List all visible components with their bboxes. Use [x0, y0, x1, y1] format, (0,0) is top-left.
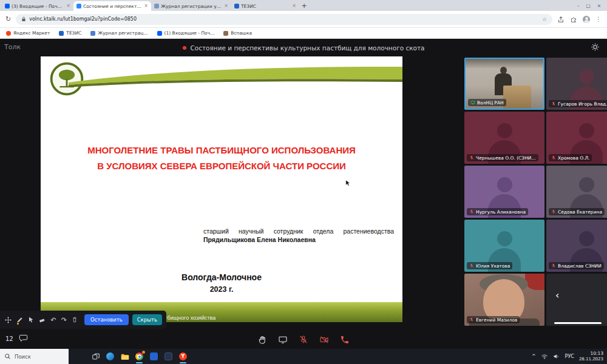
taskbar-search[interactable]: Поиск — [0, 349, 69, 364]
tab-close-icon[interactable]: × — [292, 4, 296, 8]
move-tool-icon[interactable] — [4, 315, 12, 324]
camera-off-control-icon[interactable] — [319, 334, 330, 345]
tray-expand-icon[interactable]: ^ — [532, 354, 536, 359]
tab-close-icon[interactable]: × — [66, 4, 70, 8]
participant-silhouette — [497, 177, 512, 192]
mic-muted-icon — [551, 209, 556, 214]
participant-label: Евгений Мазилов — [467, 316, 520, 323]
taskbar-app-icons: Y — [90, 349, 188, 364]
network-icon[interactable] — [541, 351, 548, 362]
clock-date: 28.11.2023 — [579, 357, 603, 362]
language-indicator[interactable]: РУС — [565, 354, 574, 359]
browser-tab-journal[interactable]: Журнал регистрации ухода × — [151, 1, 231, 11]
mic-off-control-icon[interactable] — [299, 334, 309, 345]
bookmark-star-icon[interactable]: ☆ — [542, 16, 547, 22]
bookmark-tezis[interactable]: ТЕЗИС — [59, 30, 81, 36]
recording-dot-icon: ● — [182, 45, 186, 50]
mic-muted-icon — [469, 155, 474, 160]
window-controls: – □ × — [577, 3, 606, 11]
browser-menu-icon[interactable]: ⋮ — [595, 16, 602, 22]
notification-badge — [142, 351, 145, 354]
participant-tile[interactable]: Хромова О.Л. — [546, 112, 607, 164]
tezis-app-icon[interactable] — [149, 351, 159, 362]
redo-icon[interactable]: ↷ — [61, 315, 68, 324]
new-tab-button[interactable]: + — [299, 2, 309, 10]
edge-browser-icon[interactable] — [105, 351, 115, 362]
chrome-browser-icon[interactable] — [134, 351, 144, 362]
bookmark-vspashka[interactable]: Вспашка — [223, 30, 252, 36]
mail-app-icon[interactable] — [163, 351, 174, 362]
slide-title: МНОГОЛЕТНИЕ ТРАВЫ ПАСТБИЩНОГО ИСПОЛЬЗОВА… — [50, 143, 393, 174]
window-maximize-button[interactable]: □ — [586, 3, 591, 8]
raise-hand-icon[interactable] — [257, 334, 268, 345]
mouse-cursor — [345, 180, 351, 186]
tab-close-icon[interactable]: × — [224, 4, 228, 8]
mic-muted-icon — [551, 101, 556, 106]
hide-toolbar-button[interactable]: Скрыть — [132, 314, 162, 325]
participant-tile-video[interactable]: Евгений Мазилов — [464, 274, 544, 326]
address-bar-actions: ⋮ — [557, 16, 602, 23]
browser-tab-mail[interactable]: (3) Входящие - Почта Mail.ru × — [2, 1, 73, 11]
trash-icon[interactable] — [71, 315, 78, 324]
url-omnibox[interactable]: volnc.ktalk.ru/lut1bomgal2u?pinCode=0850… — [16, 14, 552, 25]
bookmark-favicon — [59, 31, 64, 36]
screenshare-control-icon[interactable] — [278, 334, 288, 345]
participant-tile[interactable]: Юлия Ухатова — [464, 220, 544, 272]
participant-silhouette — [579, 69, 594, 84]
mic-muted-icon — [469, 263, 474, 268]
browser-tab-tezis[interactable]: ТЕЗИС × — [231, 1, 299, 11]
pencil-color-dot — [17, 323, 19, 325]
taskbar-clock[interactable]: 10:13 28.11.2023 — [579, 351, 603, 362]
bookmark-mail[interactable]: (1) Входящие - Поч... — [157, 30, 215, 36]
participant-label: ВолНЦ РАН — [468, 99, 506, 106]
participant-tile[interactable]: Чернышева О.О. (СЗНИ... — [464, 112, 544, 164]
profile-avatar[interactable] — [583, 16, 590, 23]
call-controls — [0, 334, 607, 345]
share-icon[interactable] — [557, 16, 565, 23]
participant-tile[interactable]: Нургуль Алихановна — [464, 166, 544, 218]
extensions-icon[interactable] — [570, 16, 577, 23]
bookmark-yandex-market[interactable]: Яндекс Маркет — [6, 30, 50, 36]
leave-call-phone-icon[interactable] — [340, 334, 350, 345]
slide-year: 2023 г. — [41, 285, 402, 294]
annotation-toolbar: ↶ ↷ Остановить Скрыть — [0, 311, 166, 329]
participant-tile[interactable]: Гусаров Игорь Влад... — [546, 58, 607, 110]
participant-silhouette — [497, 123, 512, 138]
task-view-icon[interactable] — [90, 351, 101, 362]
participant-name: Нургуль Алихановна — [476, 209, 526, 215]
settings-gear-icon[interactable] — [591, 42, 600, 54]
mic-muted-icon — [469, 209, 474, 214]
windows-taskbar: Поиск Y ^ РУС 10:13 28.11.2023 — [0, 349, 607, 364]
presentation-slide[interactable]: МНОГОЛЕТНИЕ ТРАВЫ ПАСТБИЩНОГО ИСПОЛЬЗОВА… — [41, 56, 402, 322]
participant-silhouette — [579, 231, 594, 246]
search-icon — [4, 353, 11, 360]
pencil-tool-icon[interactable] — [16, 315, 24, 324]
tab-title: ТЕЗИС — [241, 4, 290, 9]
search-label: Поиск — [15, 354, 31, 360]
participant-tile[interactable]: Седова Екатерина — [546, 166, 607, 218]
volume-icon[interactable] — [553, 351, 560, 362]
yandex-browser-icon[interactable]: Y — [178, 351, 188, 362]
participant-label: Гусаров Игорь Влад... — [549, 100, 607, 107]
window-minimize-button[interactable]: – — [577, 3, 580, 8]
eraser-tool-icon[interactable] — [38, 315, 46, 324]
participant-tile-active-speaker[interactable]: ВолНЦ РАН — [464, 58, 544, 110]
tab-close-icon[interactable]: × — [144, 4, 148, 8]
participants-prev-chevron-icon[interactable]: ‹ — [555, 291, 559, 300]
conference-app: Толк ● Состояние и перспективы культурны… — [0, 39, 607, 349]
browser-tab-conference[interactable]: Состояние и перспективы кул... × — [73, 1, 151, 11]
pointer-tool-icon[interactable] — [27, 315, 35, 324]
bookmark-journal[interactable]: Журнал регистрац... — [90, 30, 148, 36]
slide-header-swoosh — [69, 64, 402, 89]
stop-sharing-button[interactable]: Остановить — [84, 314, 129, 325]
participant-tile[interactable]: Владислав СЗНИИ — [546, 220, 607, 272]
participants-scrollbar[interactable] — [554, 322, 602, 324]
undo-icon[interactable]: ↶ — [50, 315, 57, 324]
browser-address-bar: ↻ volnc.ktalk.ru/lut1bomgal2u?pinCode=08… — [0, 11, 607, 28]
podium — [503, 86, 531, 110]
refresh-icon[interactable]: ↻ — [5, 16, 11, 22]
participant-name: Гусаров Игорь Влад... — [558, 101, 607, 107]
file-explorer-icon[interactable] — [120, 351, 130, 362]
window-close-button[interactable]: × — [597, 3, 601, 8]
system-tray: ^ РУС 10:13 28.11.2023 — [532, 351, 607, 362]
